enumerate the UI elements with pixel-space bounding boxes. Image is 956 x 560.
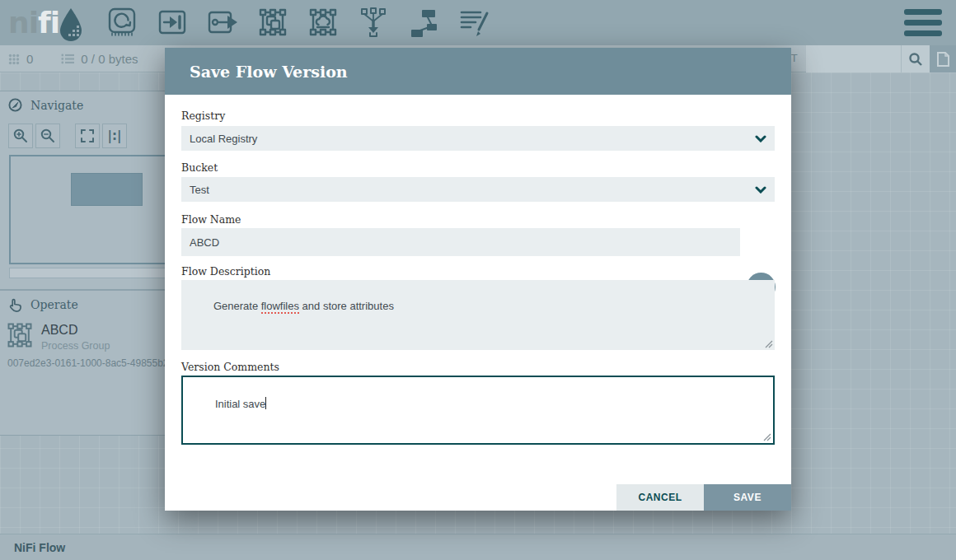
- cancel-button[interactable]: CANCEL: [616, 484, 704, 511]
- bucket-label: Bucket: [181, 161, 218, 174]
- nifi-drop-icon: [58, 7, 84, 43]
- label-icon[interactable]: [457, 6, 490, 39]
- dialog-header: Save Flow Version: [165, 48, 791, 95]
- global-menu-icon[interactable]: [904, 9, 942, 36]
- bulletin-board-icon[interactable]: [930, 45, 956, 72]
- process-group-icon[interactable]: [256, 6, 289, 39]
- top-toolbar: nifi: [0, 0, 956, 45]
- operate-title: Operate: [30, 298, 78, 311]
- flow-description-textarea[interactable]: Generate flowfiles and store attributes: [181, 280, 775, 350]
- dialog-title: Save Flow Version: [190, 63, 348, 81]
- navigate-panel: Navigate |:|: [0, 91, 190, 290]
- birdseye-minimap[interactable]: [9, 155, 180, 264]
- registry-dropdown[interactable]: Local Registry: [181, 126, 775, 151]
- funnel-icon[interactable]: [357, 6, 390, 39]
- flow-name-value: ABCD: [190, 236, 219, 249]
- selected-component-id: 007ed2e3-0161-1000-8ac5-49855b2: [0, 352, 189, 374]
- breadcrumb-root[interactable]: NiFi Flow: [14, 541, 65, 554]
- logo-text: nifi: [8, 3, 59, 43]
- bucket-value: Test: [190, 184, 209, 196]
- save-button[interactable]: SAVE: [704, 484, 791, 511]
- nifi-logo: nifi: [8, 3, 84, 43]
- queued-icon: [61, 54, 74, 64]
- component-toolbar: [105, 6, 490, 39]
- navigate-title: Navigate: [30, 99, 83, 112]
- registry-label: Registry: [181, 110, 225, 122]
- version-comments-label: Version Comments: [181, 361, 279, 373]
- process-group-badge-icon: [5, 320, 35, 350]
- processor-icon[interactable]: [105, 6, 138, 39]
- zoom-fit-button[interactable]: [75, 124, 100, 148]
- bucket-dropdown[interactable]: Test: [181, 177, 775, 202]
- active-threads-icon: [8, 54, 20, 65]
- chevron-down-icon: [755, 186, 766, 194]
- chevron-down-icon: [755, 135, 766, 142]
- minimap-footer: [9, 268, 180, 278]
- minimap-node: [71, 173, 143, 206]
- queued-count: 0 / 0 bytes: [81, 52, 138, 66]
- active-threads-count: 0: [26, 52, 33, 66]
- zoom-in-button[interactable]: [8, 124, 33, 148]
- search-input[interactable]: [806, 45, 901, 72]
- hand-icon: [8, 297, 22, 312]
- selected-component-name: ABCD: [41, 320, 110, 338]
- description-misspelled-word: flowfiles: [261, 300, 299, 314]
- output-port-icon[interactable]: [206, 6, 239, 39]
- resize-handle-icon[interactable]: [763, 433, 771, 441]
- registry-value: Local Registry: [190, 133, 257, 145]
- compass-icon: [8, 98, 22, 112]
- operate-panel: Operate ABCD Process Group 007ed2e3-0161…: [0, 290, 190, 436]
- flow-description-label: Flow Description: [181, 265, 270, 278]
- version-comments-textarea[interactable]: Initial save: [181, 376, 775, 445]
- version-comments-value: Initial save: [215, 398, 265, 410]
- flow-name-input[interactable]: ABCD: [181, 228, 740, 256]
- remote-process-group-icon[interactable]: [307, 6, 340, 39]
- description-text: and store attributes: [299, 300, 394, 312]
- save-flow-version-dialog: Save Flow Version Registry Local Registr…: [165, 48, 791, 511]
- resize-handle-icon[interactable]: [765, 340, 773, 348]
- flow-name-label: Flow Name: [181, 213, 241, 226]
- input-port-icon[interactable]: [156, 6, 189, 39]
- search-icon[interactable]: [901, 45, 930, 72]
- breadcrumb: NiFi Flow: [0, 534, 956, 560]
- nifi-app: nifi: [0, 0, 956, 560]
- selected-component-type: Process Group: [41, 340, 110, 352]
- description-text: Generate: [213, 300, 261, 312]
- zoom-actual-size-button[interactable]: |:|: [102, 124, 127, 148]
- template-icon[interactable]: [407, 6, 440, 39]
- zoom-out-button[interactable]: [35, 124, 60, 148]
- text-caret: [265, 397, 266, 409]
